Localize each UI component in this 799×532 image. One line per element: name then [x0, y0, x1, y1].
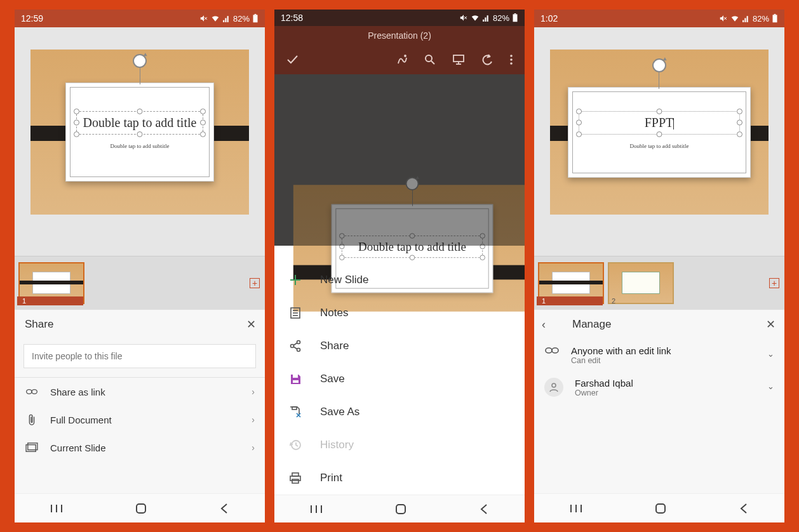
save-as-row[interactable]: Save As: [274, 396, 525, 429]
manage-panel: ‹ Manage ✕ Anyone with an edit link Can …: [534, 309, 784, 493]
manage-owner-row[interactable]: Farshad Iqbal Owner ⌄: [534, 371, 784, 404]
svg-rect-43: [773, 15, 777, 22]
full-document-label: Full Document: [50, 415, 112, 425]
current-slide-row[interactable]: Current Slide ›: [15, 434, 265, 462]
recents-button[interactable]: [310, 504, 323, 514]
history-label: History: [320, 439, 354, 451]
battery-icon: [252, 14, 258, 23]
history-row: History: [274, 429, 525, 462]
rotate-handle[interactable]: [652, 58, 666, 89]
add-slide-button[interactable]: +: [250, 278, 260, 288]
mute-icon: [459, 13, 468, 22]
invite-input[interactable]: [24, 344, 256, 368]
doc-title-row: Presentation (2): [274, 26, 525, 45]
back-button[interactable]: [219, 503, 229, 514]
title-textbox[interactable]: Double tap to add title: [342, 236, 483, 258]
done-icon[interactable]: [286, 53, 299, 66]
full-document-row[interactable]: Full Document ›: [15, 406, 265, 434]
close-icon[interactable]: ✕: [246, 317, 256, 331]
slide-canvas[interactable]: Double tap to add title Double tap to ad…: [15, 27, 265, 256]
home-button[interactable]: [654, 502, 667, 515]
svg-rect-44: [774, 14, 776, 15]
avatar: [544, 378, 563, 397]
title-textbox[interactable]: Double tap to add title: [76, 111, 203, 135]
share-row[interactable]: Share: [274, 329, 525, 362]
wifi-icon: [211, 14, 220, 23]
share-options: Share as link › Full Document › Current …: [15, 378, 265, 462]
signal-icon: [482, 14, 490, 22]
manage-title: Manage: [544, 318, 611, 331]
status-icons: 82%: [459, 13, 518, 23]
svg-point-46: [552, 348, 558, 353]
new-slide-label: New Slide: [320, 274, 369, 286]
owner-primary: Farshad Iqbal: [575, 378, 633, 389]
rotate-handle[interactable]: [406, 177, 419, 206]
notes-row[interactable]: Notes: [274, 296, 525, 329]
phone-menu: 12:58 82% Presentation (2): [274, 10, 525, 522]
thumbnail-strip[interactable]: 1 +: [15, 256, 265, 309]
clock: 12:59: [21, 13, 43, 23]
slide-canvas-dimmed: Double tap to add title: [274, 74, 525, 246]
chevron-right-icon: ›: [252, 387, 255, 397]
title-text: FPPT: [645, 116, 674, 130]
share-as-link-row[interactable]: Share as link ›: [15, 378, 265, 406]
chevron-down-icon[interactable]: ⌄: [767, 382, 774, 391]
back-button[interactable]: [739, 503, 749, 514]
text-cursor: [673, 118, 674, 130]
invite-row: [15, 339, 265, 378]
notes-label: Notes: [320, 307, 348, 319]
close-icon[interactable]: ✕: [766, 317, 775, 331]
home-button[interactable]: [135, 502, 147, 515]
svg-rect-0: [253, 15, 258, 22]
recents-button[interactable]: [50, 503, 63, 514]
android-navbar: [15, 493, 265, 522]
save-label: Save: [320, 373, 345, 385]
chevron-down-icon[interactable]: ⌄: [767, 349, 774, 359]
save-row[interactable]: Save: [274, 362, 525, 396]
svg-point-20: [510, 63, 513, 65]
undo-icon[interactable]: [481, 54, 493, 65]
manage-link-row[interactable]: Anyone with an edit link Can edit ⌄: [534, 339, 784, 371]
svg-rect-42: [396, 505, 405, 514]
owner-secondary: Owner: [575, 389, 633, 397]
android-navbar: [274, 495, 525, 522]
share-panel: Share ✕ Share as link › Full Document ›: [15, 309, 265, 493]
print-row[interactable]: Print: [274, 462, 525, 495]
subtitle-textbox[interactable]: Double tap to add subtitle: [579, 138, 741, 154]
recents-button[interactable]: [570, 503, 582, 514]
present-icon[interactable]: [452, 54, 465, 65]
status-bar: 12:58 82%: [274, 10, 525, 26]
subtitle-textbox[interactable]: Double tap to add subtitle: [76, 138, 203, 154]
svg-line-30: [293, 343, 297, 345]
status-bar: 1:02 82%: [534, 10, 784, 27]
share-title: Share: [25, 318, 53, 331]
wifi-icon: [730, 14, 739, 23]
search-icon[interactable]: [424, 54, 436, 65]
app-toolbar: Presentation (2): [274, 26, 525, 74]
add-slide-button[interactable]: +: [769, 278, 779, 288]
draw-icon[interactable]: [396, 54, 408, 65]
phone-manage: 1:02 82% FPPT: [534, 10, 784, 522]
slide-canvas[interactable]: FPPT Double tap to add subtitle: [534, 27, 784, 256]
signal-icon: [742, 15, 750, 23]
notes-icon: [288, 307, 302, 319]
title-textbox[interactable]: FPPT: [579, 111, 741, 135]
thumb-number: 1: [17, 296, 83, 305]
save-as-label: Save As: [320, 406, 359, 418]
wifi-icon: [471, 13, 480, 22]
svg-point-47: [552, 383, 556, 387]
print-icon: [288, 472, 302, 484]
link-icon: [544, 345, 560, 356]
back-button[interactable]: [479, 503, 489, 515]
current-slide-label: Current Slide: [50, 442, 106, 453]
more-icon[interactable]: [509, 54, 513, 65]
back-icon[interactable]: ‹: [542, 318, 546, 331]
home-button[interactable]: [394, 503, 407, 515]
svg-rect-11: [514, 13, 516, 14]
thumbnail-strip[interactable]: FPPT 1 2 +: [534, 256, 784, 309]
mute-icon: [719, 14, 728, 23]
new-slide-row[interactable]: New Slide: [274, 263, 525, 296]
svg-point-3: [32, 390, 37, 394]
rotate-handle[interactable]: [133, 54, 147, 84]
share-as-link-label: Share as link: [50, 387, 105, 397]
